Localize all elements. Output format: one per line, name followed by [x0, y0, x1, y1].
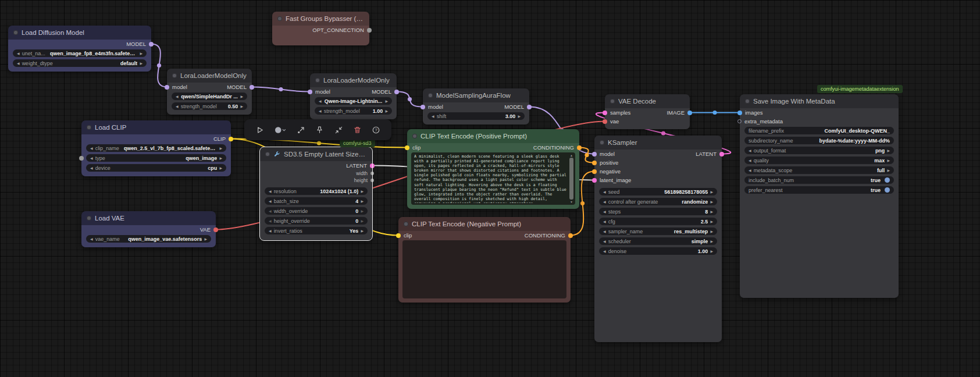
increment-arrow-icon[interactable]: ▶ — [385, 99, 388, 103]
increment-arrow-icon[interactable]: ▶ — [710, 250, 713, 253]
weight_dtype-widget[interactable]: ◀weight_dtypedefault▶ — [13, 59, 147, 67]
prompt-textarea[interactable]: A minimalist, clean modern scene featuri… — [411, 152, 575, 205]
node-loadclip[interactable]: Load CLIPCLIP◀clip_nameqwen_2.5_vl_7b_fp… — [81, 120, 231, 176]
shift-widget[interactable]: ◀shift3.00▶ — [427, 112, 525, 120]
strength_model-widget[interactable]: ◀strength_model0.50▶ — [172, 102, 247, 110]
decrement-arrow-icon[interactable]: ◀ — [269, 219, 272, 223]
decrement-arrow-icon[interactable]: ◀ — [17, 52, 20, 55]
scrollbar-thumb[interactable] — [569, 158, 573, 200]
prefer_nearest-widget[interactable]: prefer_nearesttrue — [744, 186, 894, 194]
node-titlebar[interactable]: CLIP Text Encode (Positive Prompt) — [407, 129, 579, 143]
lora-widget[interactable]: ◀qwen/SimpleHandDr ...▶ — [172, 93, 247, 100]
increment-arrow-icon[interactable]: ▶ — [361, 200, 364, 203]
LATENT-output-slot[interactable] — [719, 152, 724, 157]
scroll-down-icon[interactable]: ▼ — [570, 200, 573, 204]
node-fastgroups[interactable]: Fast Groups Bypasser (rgt...OPT_CONNECTI… — [272, 12, 369, 45]
collapse-dot[interactable] — [13, 30, 18, 35]
increment-arrow-icon[interactable]: ▶ — [219, 157, 222, 160]
negative-input-slot[interactable] — [592, 169, 597, 174]
collapse-dot[interactable] — [412, 134, 417, 138]
increment-arrow-icon[interactable]: ▶ — [361, 229, 364, 233]
node-titlebar[interactable]: CLIP Text Encode (Negative Prompt) — [398, 217, 571, 231]
clip_name-widget[interactable]: ◀clip_nameqwen_2.5_vl_7b_fp8_scaled.safe… — [86, 144, 226, 152]
positive-input-slot[interactable] — [592, 161, 597, 165]
increment-arrow-icon[interactable]: ▶ — [361, 209, 364, 213]
decrement-arrow-icon[interactable]: ◀ — [90, 147, 93, 150]
increment-arrow-icon[interactable]: ▶ — [140, 52, 142, 55]
include_batch_num-widget[interactable]: include_batch_numtrue — [744, 176, 894, 184]
decrement-arrow-icon[interactable]: ◀ — [749, 169, 751, 172]
node-sd35[interactable]: SD3.5 Empty Latent Size Pic...LATENTwidt… — [260, 147, 372, 240]
scrollbar[interactable]: ▲▼ — [569, 154, 574, 204]
sampler_name-widget[interactable]: ◀sampler_nameres_multistep▶ — [599, 227, 717, 235]
node-titlebar[interactable]: VAE Decode — [605, 94, 690, 108]
increment-arrow-icon[interactable]: ▶ — [361, 219, 364, 223]
node-titlebar[interactable]: LoraLoaderModelOnly — [310, 73, 397, 87]
scroll-up-icon[interactable]: ▲ — [570, 154, 573, 157]
vae_name-widget[interactable]: ◀vae_nameqwen_image_vae.safetensors▶ — [86, 235, 211, 243]
toggle-dot-icon[interactable] — [885, 187, 890, 193]
decrement-arrow-icon[interactable]: ◀ — [269, 209, 272, 213]
node-titlebar[interactable]: Load CLIP — [81, 120, 231, 134]
lora-widget[interactable]: ◀Qwen-Image-Lightnin...▶ — [315, 97, 392, 105]
seed-widget[interactable]: ◀seed561898258178055▶ — [599, 188, 717, 195]
scheduler-widget[interactable]: ◀schedulersimple▶ — [599, 237, 717, 245]
decrement-arrow-icon[interactable]: ◀ — [603, 190, 606, 194]
collapse-icon[interactable] — [334, 126, 343, 134]
width-output-slot[interactable] — [370, 172, 374, 175]
batch_size-widget[interactable]: ◀batch_size4▶ — [265, 197, 368, 205]
extra_metadata-input-slot[interactable] — [737, 119, 742, 123]
collapse-dot[interactable] — [600, 140, 604, 145]
prompt-textarea[interactable] — [402, 240, 566, 298]
decrement-arrow-icon[interactable]: ◀ — [603, 220, 606, 223]
node-ldm[interactable]: Load Diffusion ModelMODEL◀unet_na...qwen… — [8, 26, 151, 72]
VAE-output-slot[interactable] — [213, 227, 218, 232]
type-widget[interactable]: ◀typeqwen_image▶ — [86, 154, 226, 162]
decrement-arrow-icon[interactable]: ◀ — [603, 230, 606, 233]
output_format-widget[interactable]: ◀output_formatpng▶ — [744, 147, 894, 154]
jump-arrow-icon[interactable] — [297, 126, 305, 134]
quality-widget[interactable]: ◀qualitymax▶ — [744, 157, 894, 164]
node-pos[interactable]: CLIP Text Encode (Positive Prompt)clipCO… — [407, 129, 579, 209]
decrement-arrow-icon[interactable]: ◀ — [603, 210, 606, 214]
MODEL-output-slot[interactable] — [394, 90, 399, 94]
increment-arrow-icon[interactable]: ▶ — [240, 95, 243, 98]
OPT_CONNECTION-output-slot[interactable] — [367, 28, 372, 33]
MODEL-output-slot[interactable] — [527, 105, 532, 109]
decrement-arrow-icon[interactable]: ◀ — [749, 149, 751, 152]
decrement-arrow-icon[interactable]: ◀ — [176, 105, 179, 108]
node-lora2[interactable]: LoraLoaderModelOnlymodelMODEL◀Qwen-Image… — [310, 73, 397, 119]
steps-widget[interactable]: ◀steps8▶ — [599, 208, 717, 215]
resolution-widget[interactable]: ◀resolution1024x1024 (1.0)▶ — [265, 187, 368, 195]
collapse-dot[interactable] — [277, 16, 282, 21]
width_override-widget[interactable]: ◀width_override0▶ — [265, 207, 368, 215]
device-widget[interactable]: ◀devicecpu▶ — [86, 164, 226, 172]
increment-arrow-icon[interactable]: ▶ — [361, 190, 364, 193]
node-ksampler[interactable]: KSamplermodelLATENTpositivenegativelaten… — [594, 136, 722, 342]
node-vaedecode[interactable]: VAE DecodesamplesIMAGEvae — [605, 94, 690, 129]
clip-input-slot[interactable] — [396, 233, 401, 238]
denoise-widget[interactable]: ◀denoise1.00▶ — [599, 247, 717, 255]
IMAGE-output-slot[interactable] — [687, 111, 692, 115]
decrement-arrow-icon[interactable]: ◀ — [603, 240, 606, 243]
cfg-widget[interactable]: ◀cfg2.5▶ — [599, 218, 717, 225]
node-neg[interactable]: CLIP Text Encode (Negative Prompt)clipCO… — [398, 217, 571, 303]
collapse-dot[interactable] — [172, 73, 177, 78]
increment-arrow-icon[interactable]: ▶ — [887, 169, 890, 172]
collapse-dot[interactable] — [315, 78, 320, 83]
increment-arrow-icon[interactable]: ▶ — [240, 105, 243, 108]
decrement-arrow-icon[interactable]: ◀ — [90, 157, 93, 160]
increment-arrow-icon[interactable]: ▶ — [518, 115, 521, 118]
images-input-slot[interactable] — [737, 111, 742, 115]
collapse-dot[interactable] — [87, 216, 91, 220]
latent_image-input-slot[interactable] — [592, 178, 597, 183]
node-graph-canvas[interactable]: Load Diffusion ModelMODEL◀unet_na...qwen… — [0, 0, 980, 377]
samples-input-slot[interactable] — [603, 111, 607, 115]
type-widget-input-slot[interactable] — [79, 156, 84, 161]
CONDITIONING-output-slot[interactable] — [568, 233, 573, 238]
increment-arrow-icon[interactable]: ▶ — [887, 149, 890, 152]
node-lora1[interactable]: LoraLoaderModelOnlymodelMODEL◀qwen/Simpl… — [167, 69, 252, 115]
collapse-dot[interactable] — [404, 222, 408, 226]
node-titlebar[interactable]: Load Diffusion Model — [8, 26, 151, 40]
mode-circle-icon[interactable] — [274, 126, 287, 134]
